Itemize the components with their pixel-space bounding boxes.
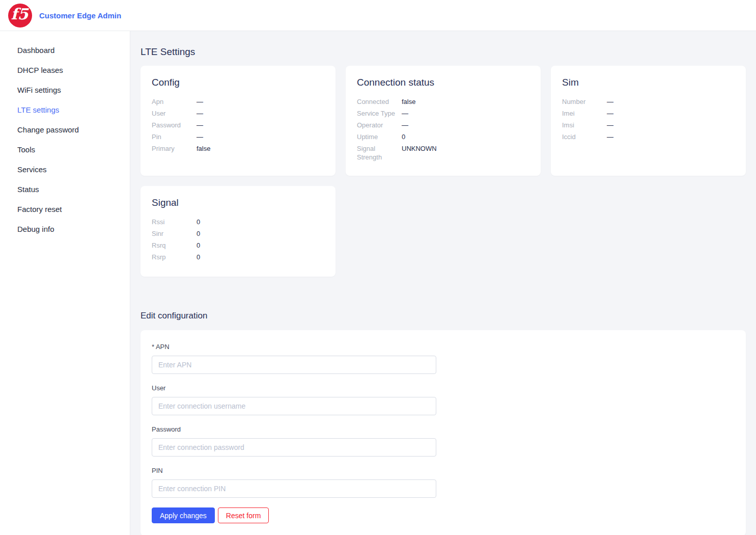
config-row-pin: Pin — bbox=[152, 132, 324, 141]
pin-label: PIN bbox=[152, 466, 735, 475]
sidebar-item-dhcp-leases[interactable]: DHCP leases bbox=[0, 60, 130, 80]
f5-logo-text: f5 bbox=[11, 7, 29, 22]
row-value: — bbox=[197, 109, 203, 118]
config-row-primary: Primary false bbox=[152, 144, 324, 153]
apn-label: * APN bbox=[152, 342, 735, 352]
row-value: 0 bbox=[197, 229, 200, 238]
user-label: User bbox=[152, 384, 735, 393]
row-value: — bbox=[402, 121, 408, 129]
apn-field-group: * APN bbox=[152, 342, 735, 374]
row-label: User bbox=[152, 109, 197, 118]
sidebar-item-tools[interactable]: Tools bbox=[0, 140, 130, 159]
row-label: Rsrq bbox=[152, 241, 197, 250]
signal-card-title: Signal bbox=[152, 197, 324, 208]
apply-changes-button[interactable]: Apply changes bbox=[152, 507, 215, 523]
row-value: — bbox=[197, 121, 203, 129]
pin-field-group: PIN bbox=[152, 466, 735, 498]
row-label: Password bbox=[152, 121, 197, 129]
form-actions: Apply changes Reset form bbox=[152, 507, 735, 523]
sim-row-iccid: Iccid — bbox=[562, 132, 735, 141]
row-label: Operator bbox=[357, 121, 402, 129]
user-input[interactable] bbox=[152, 397, 436, 415]
connection-row-service-type: Service Type — bbox=[357, 109, 529, 118]
sim-card: Sim Number — Imei — Imsi — Iccid — bbox=[551, 66, 746, 176]
connection-row-uptime: Uptime 0 bbox=[357, 132, 529, 141]
lte-settings-form: * APN User Password PIN Apply changes bbox=[152, 342, 735, 523]
sidebar-item-services[interactable]: Services bbox=[0, 159, 130, 179]
row-label: Rssi bbox=[152, 218, 197, 226]
sim-row-imei: Imei — bbox=[562, 109, 735, 118]
config-row-password: Password — bbox=[152, 121, 324, 129]
user-field-group: User bbox=[152, 384, 735, 415]
connection-status-card-title: Connection status bbox=[357, 77, 529, 88]
row-value: 0 bbox=[197, 253, 200, 261]
row-value: — bbox=[607, 132, 613, 141]
password-input[interactable] bbox=[152, 438, 436, 457]
signal-row-sinr: Sinr 0 bbox=[152, 229, 324, 238]
signal-row-rsrq: Rsrq 0 bbox=[152, 241, 324, 250]
sidebar-item-factory-reset[interactable]: Factory reset bbox=[0, 199, 130, 219]
row-label: Imsi bbox=[562, 121, 607, 129]
row-value: 0 bbox=[197, 241, 200, 250]
row-label: Imei bbox=[562, 109, 607, 118]
row-value: 0 bbox=[402, 132, 405, 141]
pin-input[interactable] bbox=[152, 479, 436, 498]
app-header: f5 Customer Edge Admin bbox=[0, 0, 756, 31]
row-label: Primary bbox=[152, 144, 197, 153]
config-card: Config Apn — User — Password — Pin — bbox=[141, 66, 335, 176]
row-value: — bbox=[402, 109, 408, 118]
sidebar-item-dashboard[interactable]: Dashboard bbox=[0, 40, 130, 60]
sidebar: Dashboard DHCP leases WiFi settings LTE … bbox=[0, 31, 130, 535]
row-value: 0 bbox=[197, 218, 200, 226]
apn-input[interactable] bbox=[152, 356, 436, 374]
row-label: Iccid bbox=[562, 132, 607, 141]
row-value: UNKNOWN bbox=[402, 144, 437, 162]
row-value: — bbox=[607, 97, 613, 106]
f5-logo-icon: f5 bbox=[8, 4, 32, 28]
row-label: Apn bbox=[152, 97, 197, 106]
app-shell: Dashboard DHCP leases WiFi settings LTE … bbox=[0, 31, 756, 535]
row-label: Connected bbox=[357, 97, 402, 106]
sim-row-imsi: Imsi — bbox=[562, 121, 735, 129]
connection-row-operator: Operator — bbox=[357, 121, 529, 129]
edit-configuration-card: * APN User Password PIN Apply changes bbox=[141, 330, 746, 535]
config-row-user: User — bbox=[152, 109, 324, 118]
row-label: Sinr bbox=[152, 229, 197, 238]
row-value: — bbox=[607, 121, 613, 129]
row-label: Pin bbox=[152, 132, 197, 141]
row-value: — bbox=[197, 132, 203, 141]
signal-row-rssi: Rssi 0 bbox=[152, 218, 324, 226]
row-value: false bbox=[402, 97, 415, 106]
row-label: Service Type bbox=[357, 109, 402, 118]
sidebar-item-debug-info[interactable]: Debug info bbox=[0, 219, 130, 239]
password-label: Password bbox=[152, 425, 735, 434]
page-title: LTE Settings bbox=[141, 45, 746, 59]
row-label: Uptime bbox=[357, 132, 402, 141]
status-cards-grid: Config Apn — User — Password — Pin — bbox=[141, 66, 746, 277]
row-value: — bbox=[197, 97, 203, 106]
connection-status-card: Connection status Connected false Servic… bbox=[346, 66, 541, 176]
connection-row-signal-strength: Signal Strength UNKNOWN bbox=[357, 144, 529, 162]
row-value: — bbox=[607, 109, 613, 118]
password-field-group: Password bbox=[152, 425, 735, 457]
sim-row-number: Number — bbox=[562, 97, 735, 106]
row-label: Signal Strength bbox=[357, 144, 402, 162]
sidebar-item-wifi-settings[interactable]: WiFi settings bbox=[0, 80, 130, 100]
edit-configuration-title: Edit configuration bbox=[141, 310, 746, 322]
connection-row-connected: Connected false bbox=[357, 97, 529, 106]
config-card-title: Config bbox=[152, 77, 324, 88]
brand-title: Customer Edge Admin bbox=[39, 11, 121, 20]
config-row-apn: Apn — bbox=[152, 97, 324, 106]
reset-form-button[interactable]: Reset form bbox=[218, 507, 269, 523]
sidebar-item-status[interactable]: Status bbox=[0, 179, 130, 199]
row-label: Rsrp bbox=[152, 253, 197, 261]
main-content: LTE Settings Config Apn — User — Passwor… bbox=[130, 31, 756, 535]
sim-card-title: Sim bbox=[562, 77, 735, 88]
sidebar-item-lte-settings[interactable]: LTE settings bbox=[0, 100, 130, 120]
sidebar-item-change-password[interactable]: Change password bbox=[0, 120, 130, 140]
row-label: Number bbox=[562, 97, 607, 106]
row-value: false bbox=[197, 144, 210, 153]
signal-card: Signal Rssi 0 Sinr 0 Rsrq 0 Rsrp 0 bbox=[141, 186, 335, 277]
signal-row-rsrp: Rsrp 0 bbox=[152, 253, 324, 261]
